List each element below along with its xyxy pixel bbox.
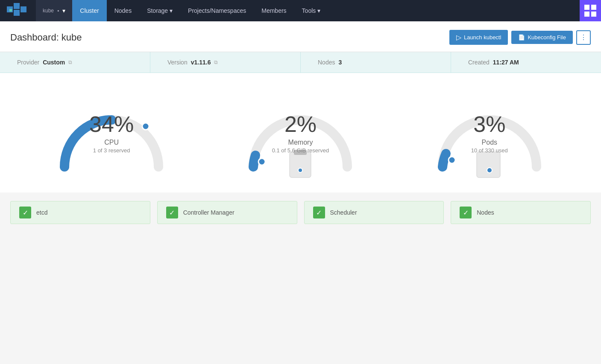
scheduler-label: Scheduler: [330, 209, 357, 216]
pods-gauge: 3% Pods 10 of 330 used: [425, 86, 554, 180]
etcd-label: etcd: [36, 209, 47, 216]
navbar: kube ▪ ▾ Cluster Nodes Storage ▾ Project…: [0, 0, 601, 21]
nav-item-members[interactable]: Members: [254, 0, 294, 21]
copy-version-icon[interactable]: ⧉: [214, 59, 218, 65]
pods-label: Pods: [471, 139, 508, 146]
controller-manager-label: Controller Manager: [183, 209, 235, 216]
memory-sublabel: 0.1 of 5.6 GiB reserved: [272, 147, 329, 154]
svg-point-16: [487, 168, 492, 173]
pods-pct: 3%: [471, 111, 508, 137]
nodes-check-icon: ✓: [460, 207, 472, 218]
page-title: Dashboard: kube: [10, 32, 82, 43]
status-nodes: ✓ Nodes: [451, 201, 591, 224]
info-version: Version v1.11.6 ⧉: [150, 52, 301, 73]
page-header: Dashboard: kube ▷ Launch kubectl 📄 Kubec…: [0, 21, 601, 52]
etcd-check-icon: ✓: [19, 207, 31, 218]
logo: [0, 0, 36, 21]
svg-rect-2: [14, 10, 20, 16]
cluster-name: kube: [43, 8, 54, 14]
info-bar: Provider Custom ⧉ Version v1.11.6 ⧉ Node…: [0, 52, 601, 73]
memory-gauge-center: 2% Memory 0.1 of 5.6 GiB reserved: [272, 111, 329, 154]
memory-gauge: 2% Memory 0.1 of 5.6 GiB reserved: [236, 86, 364, 180]
info-nodes: Nodes 3: [301, 52, 451, 73]
kubeconfig-file-button[interactable]: 📄 Kubeconfig File: [511, 31, 573, 44]
status-controller-manager: ✓ Controller Manager: [157, 201, 297, 224]
copy-provider-icon[interactable]: ⧉: [68, 59, 72, 65]
cpu-gauge: 34% CPU 1 of 3 reserved: [47, 86, 176, 180]
info-provider: Provider Custom ⧉: [0, 52, 150, 73]
svg-rect-4: [9, 9, 12, 12]
scheduler-check-icon: ✓: [313, 207, 325, 218]
svg-rect-11: [290, 152, 311, 178]
more-options-button[interactable]: ⋮: [576, 30, 591, 45]
info-created: Created 11:27 AM: [451, 52, 601, 73]
svg-point-13: [298, 168, 302, 172]
status-scheduler: ✓ Scheduler: [304, 201, 444, 224]
status-section: ✓ etcd ✓ Controller Manager ✓ Scheduler …: [0, 192, 601, 233]
nav-item-tools[interactable]: Tools ▾: [294, 0, 328, 21]
cpu-gauge-center: 34% CPU 1 of 3 reserved: [89, 111, 134, 154]
svg-point-9: [142, 123, 149, 130]
svg-rect-1: [14, 3, 20, 9]
cluster-selector[interactable]: kube ▪ ▾: [36, 0, 72, 21]
cpu-pct: 34%: [89, 111, 134, 137]
pods-sublabel: 10 of 330 used: [471, 147, 508, 154]
header-actions: ▷ Launch kubectl 📄 Kubeconfig File ⋮: [449, 30, 591, 45]
svg-rect-3: [21, 6, 26, 12]
memory-label: Memory: [272, 139, 329, 146]
nav-item-projects[interactable]: Projects/Namespaces: [180, 0, 254, 21]
file-icon: 📄: [518, 34, 525, 41]
svg-rect-7: [584, 12, 589, 17]
svg-rect-8: [591, 12, 596, 17]
svg-rect-5: [584, 5, 589, 10]
gauges-section: 34% CPU 1 of 3 reserved 2% Memory 0.1 of…: [0, 73, 601, 192]
cpu-sublabel: 1 of 3 reserved: [89, 147, 134, 154]
pods-gauge-center: 3% Pods 10 of 330 used: [471, 111, 508, 154]
memory-pct: 2%: [272, 111, 329, 137]
cpu-label: CPU: [89, 139, 134, 146]
controller-manager-check-icon: ✓: [166, 207, 178, 218]
nav-right: [580, 0, 601, 21]
nav-item-storage[interactable]: Storage ▾: [139, 0, 180, 21]
nav-item-cluster[interactable]: Cluster: [72, 0, 106, 21]
svg-point-14: [449, 157, 455, 163]
launch-kubectl-button[interactable]: ▷ Launch kubectl: [449, 30, 508, 45]
nodes-status-label: Nodes: [477, 209, 494, 216]
nav-item-nodes[interactable]: Nodes: [107, 0, 139, 21]
nav-items: Cluster Nodes Storage ▾ Projects/Namespa…: [72, 0, 328, 21]
svg-point-10: [258, 158, 265, 165]
status-etcd: ✓ etcd: [10, 201, 150, 224]
svg-rect-6: [591, 5, 596, 10]
terminal-icon: ▷: [456, 33, 461, 41]
app-icon[interactable]: [580, 0, 601, 21]
svg-rect-15: [477, 152, 500, 178]
